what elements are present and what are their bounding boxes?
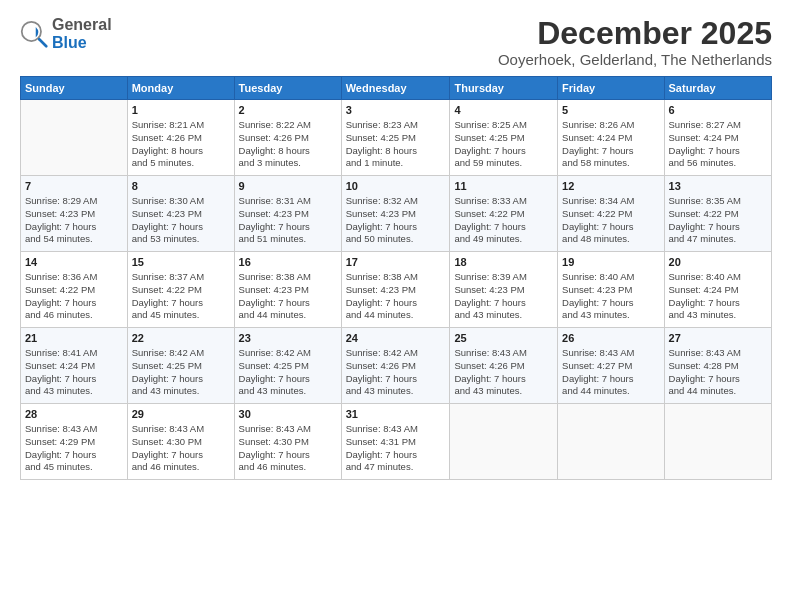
calendar-week-row: 21Sunrise: 8:41 AMSunset: 4:24 PMDayligh…	[21, 328, 772, 404]
calendar-cell: 3Sunrise: 8:23 AMSunset: 4:25 PMDaylight…	[341, 100, 450, 176]
calendar-cell: 18Sunrise: 8:39 AMSunset: 4:23 PMDayligh…	[450, 252, 558, 328]
cell-info: Sunrise: 8:42 AM	[346, 347, 446, 360]
cell-info: Sunrise: 8:37 AM	[132, 271, 230, 284]
cell-info: and 46 minutes.	[132, 461, 230, 474]
cell-info: Daylight: 7 hours	[562, 297, 659, 310]
cell-info: Sunrise: 8:39 AM	[454, 271, 553, 284]
cell-info: Sunset: 4:29 PM	[25, 436, 123, 449]
cell-info: Daylight: 7 hours	[132, 449, 230, 462]
cell-info: and 47 minutes.	[669, 233, 767, 246]
cell-info: and 44 minutes.	[669, 385, 767, 398]
calendar-cell: 9Sunrise: 8:31 AMSunset: 4:23 PMDaylight…	[234, 176, 341, 252]
day-number: 24	[346, 331, 446, 346]
cell-info: Sunrise: 8:43 AM	[346, 423, 446, 436]
cell-info: Sunset: 4:22 PM	[562, 208, 659, 221]
day-number: 13	[669, 179, 767, 194]
calendar-cell: 25Sunrise: 8:43 AMSunset: 4:26 PMDayligh…	[450, 328, 558, 404]
cell-info: and 43 minutes.	[669, 309, 767, 322]
weekday-header-row: SundayMondayTuesdayWednesdayThursdayFrid…	[21, 77, 772, 100]
cell-info: Sunrise: 8:43 AM	[25, 423, 123, 436]
cell-info: Sunset: 4:23 PM	[562, 284, 659, 297]
cell-info: Sunrise: 8:34 AM	[562, 195, 659, 208]
cell-info: Daylight: 7 hours	[669, 373, 767, 386]
cell-info: Daylight: 7 hours	[239, 373, 337, 386]
cell-info: Sunset: 4:27 PM	[562, 360, 659, 373]
calendar-cell: 15Sunrise: 8:37 AMSunset: 4:22 PMDayligh…	[127, 252, 234, 328]
day-number: 1	[132, 103, 230, 118]
cell-info: Sunset: 4:24 PM	[669, 132, 767, 145]
cell-info: and 1 minute.	[346, 157, 446, 170]
cell-info: Sunset: 4:25 PM	[346, 132, 446, 145]
calendar-cell: 23Sunrise: 8:42 AMSunset: 4:25 PMDayligh…	[234, 328, 341, 404]
cell-info: Sunrise: 8:38 AM	[239, 271, 337, 284]
cell-info: Sunset: 4:22 PM	[454, 208, 553, 221]
cell-info: Sunrise: 8:21 AM	[132, 119, 230, 132]
cell-info: Sunset: 4:23 PM	[239, 208, 337, 221]
calendar-cell: 26Sunrise: 8:43 AMSunset: 4:27 PMDayligh…	[558, 328, 664, 404]
day-number: 31	[346, 407, 446, 422]
cell-info: Daylight: 7 hours	[239, 449, 337, 462]
calendar-cell: 21Sunrise: 8:41 AMSunset: 4:24 PMDayligh…	[21, 328, 128, 404]
cell-info: Daylight: 7 hours	[669, 145, 767, 158]
day-number: 30	[239, 407, 337, 422]
calendar-cell: 11Sunrise: 8:33 AMSunset: 4:22 PMDayligh…	[450, 176, 558, 252]
cell-info: Daylight: 7 hours	[25, 449, 123, 462]
calendar-page: General Blue December 2025 Ooyerhoek, Ge…	[0, 0, 792, 612]
calendar-cell: 16Sunrise: 8:38 AMSunset: 4:23 PMDayligh…	[234, 252, 341, 328]
cell-info: and 44 minutes.	[562, 385, 659, 398]
cell-info: Sunset: 4:30 PM	[239, 436, 337, 449]
cell-info: and 3 minutes.	[239, 157, 337, 170]
cell-info: Sunset: 4:23 PM	[132, 208, 230, 221]
cell-info: Sunrise: 8:43 AM	[669, 347, 767, 360]
calendar-week-row: 7Sunrise: 8:29 AMSunset: 4:23 PMDaylight…	[21, 176, 772, 252]
logo-general-text: General	[52, 16, 112, 33]
cell-info: Sunrise: 8:22 AM	[239, 119, 337, 132]
calendar-cell: 4Sunrise: 8:25 AMSunset: 4:25 PMDaylight…	[450, 100, 558, 176]
day-number: 29	[132, 407, 230, 422]
cell-info: and 56 minutes.	[669, 157, 767, 170]
cell-info: Sunset: 4:25 PM	[132, 360, 230, 373]
cell-info: Daylight: 7 hours	[562, 373, 659, 386]
weekday-header-monday: Monday	[127, 77, 234, 100]
day-number: 19	[562, 255, 659, 270]
day-number: 25	[454, 331, 553, 346]
day-number: 9	[239, 179, 337, 194]
cell-info: Daylight: 7 hours	[562, 145, 659, 158]
cell-info: Daylight: 7 hours	[132, 373, 230, 386]
calendar-cell: 8Sunrise: 8:30 AMSunset: 4:23 PMDaylight…	[127, 176, 234, 252]
cell-info: Daylight: 7 hours	[346, 373, 446, 386]
cell-info: Sunset: 4:23 PM	[25, 208, 123, 221]
cell-info: Sunset: 4:23 PM	[346, 284, 446, 297]
month-title: December 2025	[498, 16, 772, 51]
cell-info: and 50 minutes.	[346, 233, 446, 246]
weekday-header-tuesday: Tuesday	[234, 77, 341, 100]
day-number: 26	[562, 331, 659, 346]
day-number: 15	[132, 255, 230, 270]
cell-info: Sunrise: 8:42 AM	[132, 347, 230, 360]
cell-info: Daylight: 7 hours	[239, 221, 337, 234]
cell-info: Daylight: 7 hours	[454, 297, 553, 310]
day-number: 3	[346, 103, 446, 118]
cell-info: Sunset: 4:26 PM	[346, 360, 446, 373]
calendar-cell: 2Sunrise: 8:22 AMSunset: 4:26 PMDaylight…	[234, 100, 341, 176]
calendar-cell: 17Sunrise: 8:38 AMSunset: 4:23 PMDayligh…	[341, 252, 450, 328]
cell-info: Sunrise: 8:41 AM	[25, 347, 123, 360]
day-number: 2	[239, 103, 337, 118]
calendar-cell: 13Sunrise: 8:35 AMSunset: 4:22 PMDayligh…	[664, 176, 771, 252]
day-number: 27	[669, 331, 767, 346]
cell-info: and 5 minutes.	[132, 157, 230, 170]
cell-info: Sunrise: 8:32 AM	[346, 195, 446, 208]
cell-info: Sunrise: 8:33 AM	[454, 195, 553, 208]
cell-info: and 46 minutes.	[25, 309, 123, 322]
cell-info: and 58 minutes.	[562, 157, 659, 170]
cell-info: and 54 minutes.	[25, 233, 123, 246]
cell-info: Sunset: 4:26 PM	[454, 360, 553, 373]
calendar-cell: 12Sunrise: 8:34 AMSunset: 4:22 PMDayligh…	[558, 176, 664, 252]
day-number: 16	[239, 255, 337, 270]
cell-info: Sunset: 4:24 PM	[562, 132, 659, 145]
cell-info: Sunrise: 8:42 AM	[239, 347, 337, 360]
calendar-cell: 10Sunrise: 8:32 AMSunset: 4:23 PMDayligh…	[341, 176, 450, 252]
weekday-header-friday: Friday	[558, 77, 664, 100]
day-number: 20	[669, 255, 767, 270]
cell-info: Sunset: 4:31 PM	[346, 436, 446, 449]
